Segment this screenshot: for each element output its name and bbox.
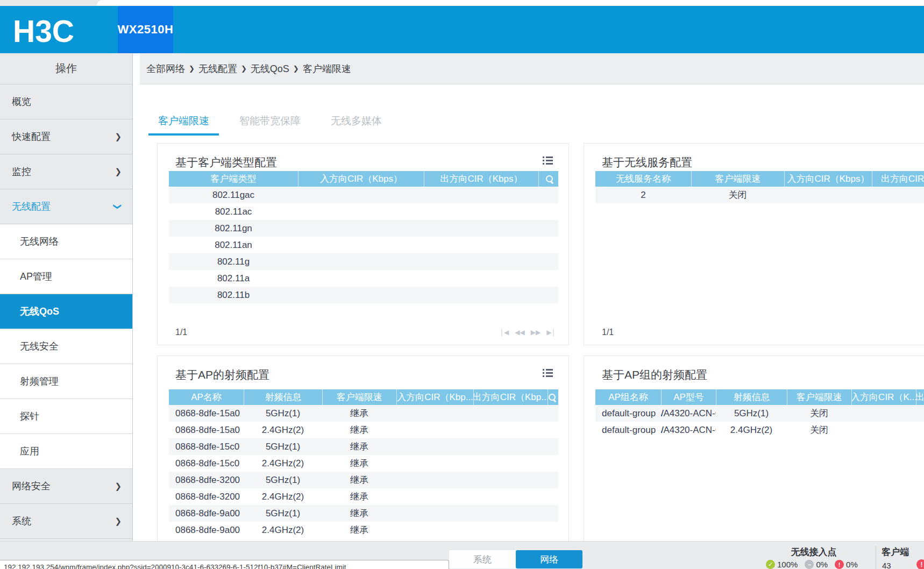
table-cell: 802.11an [169, 237, 298, 253]
table-cell: 5GHz(1) [244, 472, 322, 488]
sidebar-item-11[interactable]: 网络安全 ❯ [0, 469, 132, 504]
table-row[interactable]: 802.11gac [169, 187, 558, 203]
table-row[interactable]: 802.11b [169, 287, 558, 303]
chevron-icon: ❯ [115, 481, 122, 491]
table-row[interactable]: 0868-8dfe-9a005GHz(1)继承 [169, 505, 558, 522]
table-cell: 5GHz(1) [244, 405, 322, 422]
table-row[interactable]: 0868-8dfe-15a02.4GHz(2)继承 [169, 422, 558, 438]
pagination-info: 1/1 [602, 328, 614, 337]
table-cell: WA4320-ACN-C [661, 405, 716, 422]
table-row[interactable]: 0868-8dfe-32005GHz(1)继承 [169, 472, 558, 488]
table-row[interactable]: default-groupWA4320-ACN-C2.4GHz(2)关闭 [595, 422, 924, 438]
sidebar-item-0[interactable]: 概览 [0, 84, 132, 119]
list-menu-icon[interactable] [543, 157, 553, 166]
last-page-icon[interactable]: ▶│ [546, 329, 556, 336]
sidebar-item-9[interactable]: 探针 [0, 399, 132, 434]
table-cell: 0868-8dfe-15c0 [169, 438, 244, 455]
column-header-0: 无线服务名称 [595, 171, 691, 187]
table-cell [396, 438, 473, 455]
list-menu-icon[interactable] [543, 369, 553, 378]
table-cell: 0868-8dfe-3200 [169, 472, 244, 488]
search-icon[interactable] [545, 175, 554, 183]
table-cell: 继承 [322, 455, 396, 472]
table-header: 无线服务名称客户端限速入方向CIR（Kbps）出方向CIR（Kbps） [595, 171, 924, 187]
column-header-2: 客户端限速 [322, 389, 396, 405]
table-cell: 2.4GHz(2) [244, 522, 322, 538]
pagination-controls: │◀◀◀▶▶▶│ [500, 329, 556, 336]
table-row[interactable]: 802.11g [169, 253, 558, 270]
table-row[interactable]: 0868-8dfe-32002.4GHz(2)继承 [169, 488, 558, 505]
tab-1[interactable]: 智能带宽保障 [238, 111, 302, 136]
breadcrumb-item-0[interactable]: 全部网络 [146, 62, 185, 75]
prev-page-icon[interactable]: ◀◀ [515, 329, 524, 336]
table-cell [298, 220, 424, 237]
column-header-2: 出方向CIR（Kbps） [424, 171, 538, 187]
sidebar-item-1[interactable]: 快速配置 ❯ [0, 119, 132, 154]
network-view-button[interactable]: 网络 [516, 550, 582, 568]
sidebar-item-label: 无线网络 [20, 235, 59, 248]
table-cell [396, 472, 473, 488]
table-cell: 802.11b [169, 287, 298, 303]
breadcrumb-item-2[interactable]: 无线QoS [251, 62, 289, 75]
sidebar-item-2[interactable]: 监控 ❯ [0, 154, 132, 189]
table-cell: 802.11a [169, 270, 298, 287]
table-row[interactable]: 0868-8dfe-15a05GHz(1)继承 [169, 405, 558, 422]
sidebar-item-label: 射频管理 [20, 375, 59, 388]
table-row[interactable]: 2关闭 [595, 187, 924, 203]
panel-0: 基于客户端类型配置客户端类型入方向CIR（Kbps）出方向CIR（Kbps）80… [157, 143, 569, 345]
table-row[interactable]: 0868-8dfe-9a002.4GHz(2)继承 [169, 522, 558, 538]
column-header-5: 出方向CIR（K... [916, 389, 924, 405]
sidebar-item-label: AP管理 [20, 270, 52, 283]
panel-2: 基于AP的射频配置AP名称射频信息客户端限速入方向CIR（Kbp...出方向CI… [157, 355, 569, 569]
table-row[interactable]: 0868-8dfe-15c02.4GHz(2)继承 [169, 455, 558, 472]
chevron-icon: ❯ [115, 516, 122, 526]
sidebar-item-5[interactable]: AP管理 [0, 259, 132, 294]
table-cell: 继承 [322, 488, 396, 505]
table-cell [424, 270, 538, 287]
stat-item: ✓ 100% [766, 560, 798, 569]
table-row[interactable]: default-groupWA4320-ACN-C5GHz(1)关闭 [595, 405, 924, 422]
app-header: H3C WX2510H [0, 6, 924, 53]
column-header-0: AP组名称 [595, 389, 661, 405]
table-cell [872, 187, 924, 203]
ap-stats-label: 无线接入点 [776, 546, 851, 558]
table-cell [396, 405, 473, 422]
tab-2[interactable]: 无线多媒体 [330, 111, 383, 136]
breadcrumb-item-1[interactable]: 无线配置 [198, 62, 237, 75]
table-cell: 关闭 [691, 187, 784, 203]
table-cell [851, 405, 916, 422]
table-row[interactable]: 802.11gn [169, 220, 558, 237]
sidebar-item-7[interactable]: 无线安全 [0, 329, 132, 364]
breadcrumb-item-3[interactable]: 客户端限速 [303, 62, 351, 75]
device-model-label: WX2510H [118, 23, 174, 37]
sidebar-item-12[interactable]: 系统 ❯ [0, 504, 132, 539]
sidebar-item-6[interactable]: 无线QoS [0, 294, 132, 329]
table-cell [473, 438, 548, 455]
client-stats-label: 客户端 [878, 546, 913, 558]
table-row[interactable]: 802.11ac [169, 203, 558, 220]
sidebar-item-label: 概览 [12, 95, 31, 108]
search-icon[interactable] [548, 393, 554, 402]
next-page-icon[interactable]: ▶▶ [531, 329, 541, 336]
column-header-4: 入方向CIR（K... [851, 389, 916, 405]
table-header: AP名称射频信息客户端限速入方向CIR（Kbp...出方向CIR（Kbp... [169, 389, 558, 405]
breadcrumb: 全部网络❯无线配置❯无线QoS❯客户端限速 [140, 53, 924, 84]
table-cell [298, 237, 424, 253]
panel-3-title: 基于AP组的射频配置 [602, 367, 707, 382]
sidebar-item-4[interactable]: 无线网络 [0, 224, 132, 259]
table-row[interactable]: 802.11a [169, 270, 558, 287]
sidebar-item-3[interactable]: 无线配置 ❯ [0, 189, 132, 224]
table-row[interactable]: 802.11an [169, 237, 558, 253]
table-cell [424, 287, 538, 303]
h3c-logo: H3C [13, 13, 74, 49]
table-cell: 2 [595, 187, 691, 203]
system-view-button[interactable]: 系统 [449, 550, 516, 568]
table-cell [424, 187, 538, 203]
sidebar-item-8[interactable]: 射频管理 [0, 364, 132, 399]
table-cell: 5GHz(1) [244, 505, 322, 522]
tab-0[interactable]: 客户端限速 [157, 111, 210, 136]
table-row[interactable]: 0868-8dfe-15c05GHz(1)继承 [169, 438, 558, 455]
table-cell [298, 187, 424, 203]
sidebar-item-10[interactable]: 应用 [0, 434, 132, 469]
first-page-icon[interactable]: │◀ [500, 329, 509, 336]
